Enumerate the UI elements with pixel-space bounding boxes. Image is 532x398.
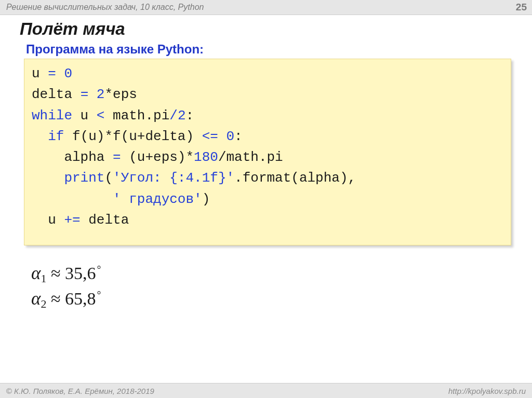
page-number: 25 [516, 2, 527, 13]
slide-subtitle: Программа на языке Python: [26, 42, 515, 57]
slide-content: Полёт мяча Программа на языке Python: u … [0, 15, 532, 312]
slide-title: Полёт мяча [20, 19, 515, 39]
code-block: u = 0 delta = 2*eps while u < math.pi/2:… [24, 59, 511, 245]
footer-url: http://kpolyakov.spb.ru [448, 387, 526, 395]
result-line-2: α2 ≈ 65,8° [31, 286, 515, 312]
breadcrumb: Решение вычислительных задач, 10 класс, … [6, 3, 204, 12]
result-formulas: α1 ≈ 35,6° α2 ≈ 65,8° [31, 261, 515, 311]
footer-copyright: ©К.Ю. Поляков, Е.А. Ерёмин, 2018-2019 [6, 387, 154, 395]
slide-header: Решение вычислительных задач, 10 класс, … [0, 0, 532, 15]
copyright-icon: © [6, 387, 12, 395]
result-line-1: α1 ≈ 35,6° [31, 261, 515, 286]
slide-footer: ©К.Ю. Поляков, Е.А. Ерёмин, 2018-2019 ht… [0, 383, 532, 398]
